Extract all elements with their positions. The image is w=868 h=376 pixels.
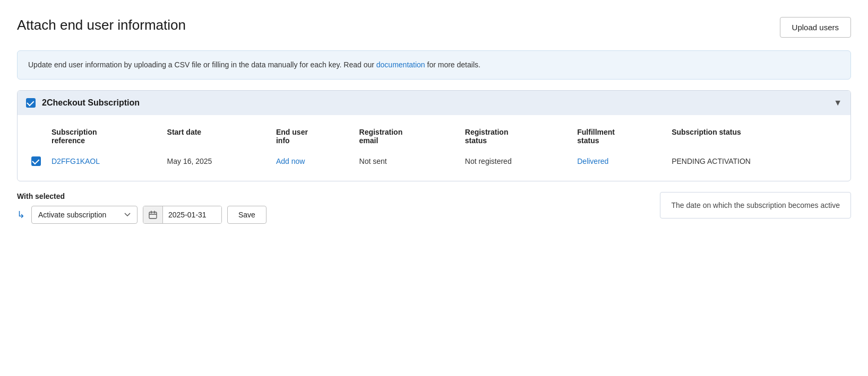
subscription-checkbox[interactable] <box>26 98 36 108</box>
cell-ref: D2FFG1KAOL <box>46 150 162 172</box>
col-reg-email: Registrationemail <box>354 124 460 150</box>
row-checkbox[interactable] <box>31 156 41 166</box>
save-button[interactable]: Save <box>227 206 267 224</box>
page-title: Attach end user information <box>17 17 186 33</box>
action-select[interactable]: Activate subscriptionDeactivate subscrip… <box>31 206 137 224</box>
date-input[interactable] <box>163 206 221 223</box>
subscription-table: Subscriptionreference Start date End use… <box>26 124 842 172</box>
arrow-right-icon: ↳ <box>17 209 25 221</box>
info-banner-text-before: Update end user information by uploading… <box>28 60 376 69</box>
col-sub-status: Subscription status <box>666 124 842 150</box>
cell-reg-email: Not sent <box>354 150 460 172</box>
subscription-header: 2Checkout Subscription ▼ <box>18 91 850 115</box>
fulfillment-status-link[interactable]: Delivered <box>577 157 608 165</box>
info-banner: Update end user information by uploading… <box>17 50 851 80</box>
table-row: D2FFG1KAOL May 16, 2025 Add now Not sent… <box>26 150 842 172</box>
with-selected-controls: ↳ Activate subscriptionDeactivate subscr… <box>17 206 267 224</box>
documentation-link[interactable]: documentation <box>376 60 425 69</box>
subscription-block: 2Checkout Subscription ▼ Subscriptionref… <box>17 90 851 181</box>
col-end-user-info: End userinfo <box>271 124 354 150</box>
info-banner-text-after: for more details. <box>425 60 480 69</box>
table-wrapper: Subscriptionreference Start date End use… <box>18 124 850 181</box>
col-fulfillment-status: Fulfillmentstatus <box>572 124 666 150</box>
col-reg-status: Registrationstatus <box>460 124 572 150</box>
chevron-down-icon[interactable]: ▼ <box>833 98 842 108</box>
date-input-wrapper <box>143 206 222 224</box>
cell-reg-status: Not registered <box>460 150 572 172</box>
col-checkbox <box>26 124 46 150</box>
bottom-row: With selected ↳ Activate subscriptionDea… <box>17 192 851 224</box>
add-now-link[interactable]: Add now <box>276 157 305 165</box>
col-ref: Subscriptionreference <box>46 124 162 150</box>
subscription-ref-link[interactable]: D2FFG1KAOL <box>51 157 100 165</box>
cell-end-user-info: Add now <box>271 150 354 172</box>
subscription-title: 2Checkout Subscription <box>42 98 140 108</box>
col-start-date: Start date <box>162 124 271 150</box>
calendar-icon-button[interactable] <box>143 206 163 223</box>
cell-start-date: May 16, 2025 <box>162 150 271 172</box>
svg-rect-0 <box>149 212 157 218</box>
cell-sub-status: PENDING ACTIVATION <box>666 150 842 172</box>
row-checkbox-cell <box>26 150 46 172</box>
table-header-row: Subscriptionreference Start date End use… <box>26 124 842 150</box>
cell-fulfillment-status: Delivered <box>572 150 666 172</box>
hint-box: The date on which the subscription becom… <box>660 192 851 218</box>
with-selected-label: With selected <box>17 192 267 200</box>
with-selected-wrapper: With selected ↳ Activate subscriptionDea… <box>17 192 267 224</box>
upload-users-button[interactable]: Upload users <box>780 17 851 38</box>
calendar-icon <box>149 211 157 219</box>
